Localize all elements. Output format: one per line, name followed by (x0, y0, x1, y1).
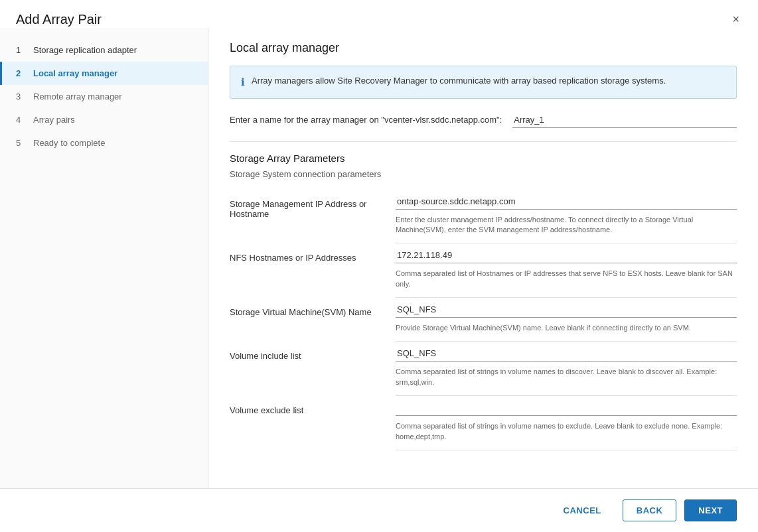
name-field-label: Enter a name for the array manager on "v… (230, 115, 502, 125)
form-row-0: Storage Management IP Address or Hostnam… (230, 192, 737, 244)
field-help-1: Comma separated list of Hostnames or IP … (396, 269, 737, 289)
volume-exclude-input[interactable] (396, 400, 737, 416)
main-content: Local array manager ℹ Array managers all… (208, 28, 758, 488)
step-1-label: Storage replication adapter (33, 45, 137, 55)
field-label-3: Volume include list (230, 351, 396, 361)
field-help-0: Enter the cluster management IP address/… (396, 215, 737, 235)
name-row: Enter a name for the array manager on "v… (230, 112, 737, 128)
info-banner-text: Array managers allow Site Recovery Manag… (252, 74, 666, 88)
step-4-label: Array pairs (33, 115, 75, 125)
form-fields: Storage Management IP Address or Hostnam… (230, 192, 737, 454)
sidebar: 1 Storage replication adapter 2 Local ar… (0, 28, 208, 488)
field-help-4: Comma separated list of strings in volum… (396, 421, 737, 442)
divider (230, 141, 737, 142)
field-label-4: Volume exclude list (230, 405, 396, 415)
next-button[interactable]: NEXT (684, 499, 737, 521)
form-row-3: Volume include listComma separated list … (230, 344, 737, 396)
cancel-button[interactable]: CANCEL (550, 500, 615, 521)
field-label-0: Storage Management IP Address or Hostnam… (230, 199, 396, 219)
section-title: Local array manager (230, 41, 737, 55)
back-button[interactable]: BACK (623, 499, 677, 521)
storage-management-ip-input[interactable] (396, 194, 737, 210)
sidebar-item-remote-array-manager[interactable]: 3 Remote array manager (0, 85, 208, 108)
form-row-1: NFS Hostnames or IP AddressesComma separ… (230, 246, 737, 298)
dialog-header: Add Array Pair × (0, 0, 758, 28)
add-array-pair-dialog: Add Array Pair × 1 Storage replication a… (0, 0, 758, 532)
step-3-number: 3 (16, 92, 27, 101)
storage-array-title: Storage Array Parameters (230, 153, 737, 164)
step-1-number: 1 (16, 45, 27, 55)
array-name-input[interactable] (512, 112, 737, 128)
dialog-footer: CANCEL BACK NEXT (0, 488, 758, 532)
field-help-3: Comma separated list of strings in volum… (396, 367, 737, 387)
step-2-number: 2 (16, 68, 27, 78)
connection-subtitle: Storage System connection parameters (230, 169, 737, 179)
form-row-2: Storage Virtual Machine(SVM) NameProvide… (230, 300, 737, 342)
sidebar-item-storage-replication-adapter[interactable]: 1 Storage replication adapter (0, 38, 208, 62)
sidebar-item-ready-to-complete[interactable]: 5 Ready to complete (0, 131, 208, 155)
sidebar-item-local-array-manager[interactable]: 2 Local array manager (0, 62, 208, 85)
step-3-label: Remote array manager (33, 92, 122, 101)
dialog-body: 1 Storage replication adapter 2 Local ar… (0, 28, 758, 488)
step-4-number: 4 (16, 115, 27, 125)
dialog-title: Add Array Pair (16, 12, 102, 27)
step-5-label: Ready to complete (33, 138, 105, 148)
svm-name-input[interactable] (396, 302, 737, 318)
step-5-number: 5 (16, 138, 27, 148)
step-2-label: Local array manager (33, 68, 117, 78)
info-icon: ℹ (241, 75, 245, 90)
nfs-hostnames-input[interactable] (396, 247, 737, 263)
field-label-2: Storage Virtual Machine(SVM) Name (230, 307, 396, 317)
form-row-4: Volume exclude listComma separated list … (230, 399, 737, 450)
field-help-2: Provide Storage Virtual Machine(SVM) nam… (396, 323, 737, 333)
volume-include-input[interactable] (396, 346, 737, 362)
field-label-1: NFS Hostnames or IP Addresses (230, 253, 396, 263)
sidebar-item-array-pairs[interactable]: 4 Array pairs (0, 108, 208, 131)
info-banner: ℹ Array managers allow Site Recovery Man… (230, 66, 737, 99)
close-button[interactable]: × (729, 11, 742, 28)
